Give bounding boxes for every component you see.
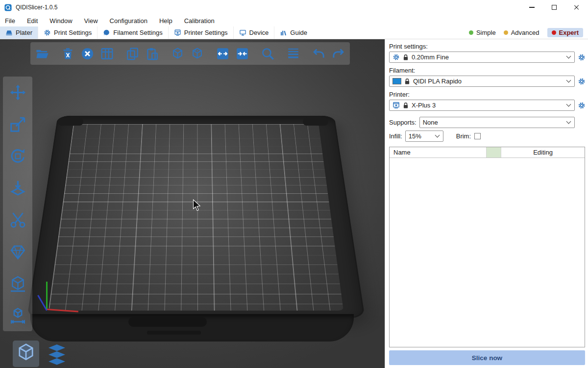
filament-color-swatch xyxy=(392,78,401,84)
mode-advanced[interactable]: Advanced xyxy=(504,29,539,36)
redo-icon xyxy=(331,47,345,61)
name-column-header: Name xyxy=(390,147,487,158)
maximize-icon xyxy=(552,5,557,10)
move-tool-button[interactable] xyxy=(7,81,28,103)
mouse-cursor xyxy=(193,199,201,212)
infill-label: Infill: xyxy=(389,132,402,140)
tab-print-settings-label: Print Settings xyxy=(54,29,92,36)
spacing-tool-button[interactable] xyxy=(7,305,28,326)
mode-advanced-label: Advanced xyxy=(511,29,539,36)
paste-icon xyxy=(145,47,159,61)
guide-icon xyxy=(280,29,287,36)
collect-button[interactable] xyxy=(234,46,250,61)
search-button[interactable] xyxy=(260,46,275,61)
tab-printer-settings-label: Printer Settings xyxy=(184,29,228,36)
filament-combo[interactable]: QIDI PLA Rapido xyxy=(389,76,575,87)
tab-device-label: Device xyxy=(249,29,269,36)
window-controls xyxy=(520,0,588,15)
filament-label: Filament: xyxy=(389,67,586,74)
minimize-button[interactable] xyxy=(520,0,543,15)
paint-tool-button[interactable] xyxy=(7,241,28,263)
mode-switcher: Simple Advanced Expert xyxy=(469,26,588,39)
gem-icon xyxy=(9,243,27,261)
supports-value: None xyxy=(423,119,438,126)
spacing-cube-icon xyxy=(9,307,27,325)
3d-cube-icon xyxy=(15,342,37,366)
object-list-body[interactable] xyxy=(390,158,585,347)
supports-combo[interactable]: None xyxy=(419,117,575,128)
tab-filament-settings[interactable]: Filament Settings xyxy=(97,26,168,39)
bed-clip-right xyxy=(303,118,328,126)
mode-expert[interactable]: Expert xyxy=(547,28,583,37)
menu-view[interactable]: View xyxy=(84,17,98,25)
printer-row: X-Plus 3 xyxy=(389,100,586,111)
3d-viewport[interactable] xyxy=(0,39,385,368)
flatten-icon xyxy=(9,179,27,197)
object-list: Name Editing xyxy=(389,147,585,347)
menu-calibration[interactable]: Calibration xyxy=(184,17,215,25)
mode-expert-label: Expert xyxy=(559,29,579,36)
menu-configuration[interactable]: Configuration xyxy=(110,17,147,25)
print-settings-gear-button[interactable] xyxy=(577,53,586,62)
place-on-face-tool-button[interactable] xyxy=(7,177,28,199)
printer-gear-button[interactable] xyxy=(577,101,586,110)
rotate-tool-button[interactable] xyxy=(7,145,28,167)
menu-help[interactable]: Help xyxy=(159,17,172,25)
delete-button[interactable] xyxy=(60,46,75,61)
tab-plater[interactable]: Plater xyxy=(0,26,38,39)
print-settings-combo[interactable]: 0.20mm Fine xyxy=(389,52,575,63)
paste-button[interactable] xyxy=(144,46,160,61)
tab-printer-settings[interactable]: Printer Settings xyxy=(168,26,233,39)
brim-checkbox[interactable] xyxy=(474,133,481,139)
view-toggle xyxy=(13,341,69,367)
redo-button[interactable] xyxy=(330,46,346,61)
tab-guide-label: Guide xyxy=(290,29,307,36)
3d-editor-view-button[interactable] xyxy=(13,341,39,367)
scale-tool-button[interactable] xyxy=(7,113,28,135)
menu-window[interactable]: Window xyxy=(49,17,72,25)
cut-tool-button[interactable] xyxy=(7,209,28,231)
mode-simple[interactable]: Simple xyxy=(469,29,496,36)
variable-layer-height-button[interactable] xyxy=(285,46,301,61)
layers-preview-button[interactable] xyxy=(45,342,69,366)
main-area: Print settings: 0.20mm Fine Filament: QI… xyxy=(0,39,588,368)
bed-clip-left xyxy=(58,118,83,126)
maximize-button[interactable] xyxy=(543,0,565,15)
slice-now-button[interactable]: Slice now xyxy=(389,350,585,365)
undo-button[interactable] xyxy=(311,46,326,61)
extruder-column-header xyxy=(487,147,501,158)
layers-icon xyxy=(45,342,69,366)
arrange-button[interactable] xyxy=(99,46,115,61)
advanced-dot-icon xyxy=(504,30,508,35)
menu-file[interactable]: File xyxy=(5,17,15,25)
filament-icon xyxy=(103,29,110,36)
menu-edit[interactable]: Edit xyxy=(27,17,38,25)
chevron-down-icon xyxy=(566,102,571,107)
simple-dot-icon xyxy=(469,30,473,35)
split-parts-button[interactable] xyxy=(189,46,205,61)
delete-all-button[interactable] xyxy=(79,46,95,61)
z-axis-indicator xyxy=(46,282,48,310)
filament-gear-button[interactable] xyxy=(577,77,586,86)
supports-row: Supports: None xyxy=(389,117,586,128)
arrange-grid-icon xyxy=(100,47,114,61)
rotate-icon xyxy=(9,147,27,165)
infill-combo[interactable]: 15% xyxy=(405,131,443,142)
split-objects-button[interactable] xyxy=(170,46,185,61)
close-button[interactable] xyxy=(565,0,588,15)
tab-device[interactable]: Device xyxy=(233,26,274,39)
supports-label: Supports: xyxy=(389,119,416,126)
tab-guide[interactable]: Guide xyxy=(274,26,313,39)
lock-icon xyxy=(403,102,409,109)
open-button[interactable] xyxy=(34,46,50,61)
tab-print-settings[interactable]: Print Settings xyxy=(38,26,97,39)
chevron-down-icon xyxy=(566,119,571,124)
printer-combo[interactable]: X-Plus 3 xyxy=(389,100,575,111)
delete-all-icon xyxy=(80,47,95,61)
measure-tool-button[interactable] xyxy=(7,273,28,294)
distribute-button[interactable] xyxy=(215,46,230,61)
tab-bar: Plater Print Settings Filament Settings … xyxy=(0,26,588,39)
brim-label: Brim: xyxy=(456,132,471,140)
minimize-icon xyxy=(529,7,535,7)
copy-button[interactable] xyxy=(124,46,140,61)
